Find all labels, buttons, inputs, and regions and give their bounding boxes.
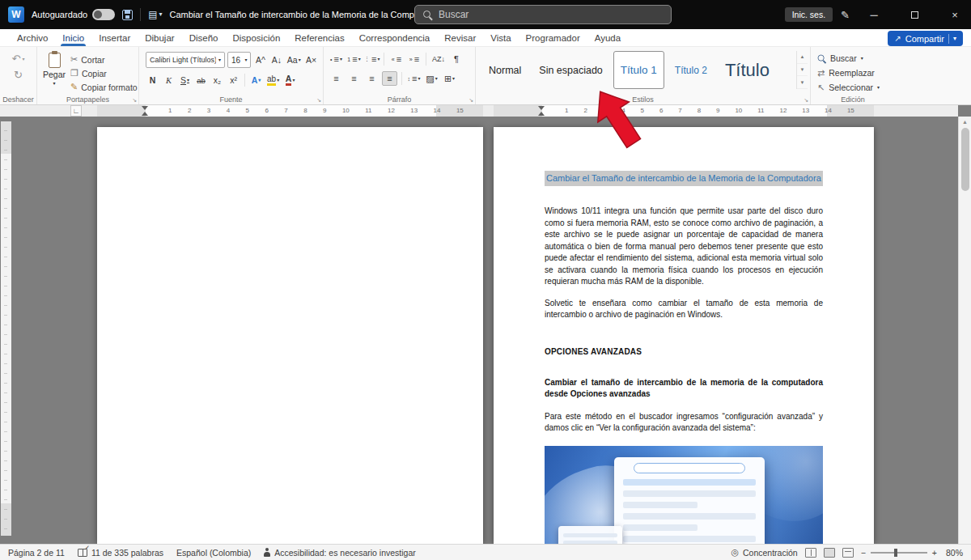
change-case-button[interactable]: Aa▾ xyxy=(286,53,302,67)
page-count-status[interactable]: Página 2 de 11 xyxy=(8,548,65,558)
ribbon-tab[interactable]: Insertar xyxy=(91,29,138,46)
web-layout-button[interactable] xyxy=(842,548,854,558)
cut-button[interactable]: ✂Cortar xyxy=(70,53,138,66)
style-chip[interactable]: Sin espaciado xyxy=(532,51,610,89)
zoom-slider[interactable] xyxy=(871,552,927,554)
font-size-combobox[interactable]: 16 ▾ xyxy=(227,52,251,68)
ribbon-tab[interactable]: Revisar xyxy=(437,29,483,46)
indent-markers-icon[interactable] xyxy=(538,106,545,116)
clear-formatting-button[interactable]: A× xyxy=(304,53,318,67)
zoom-slider-thumb[interactable] xyxy=(894,549,897,557)
format-painter-button[interactable]: ✎Copiar formato xyxy=(70,81,138,93)
ribbon-tab[interactable]: Archivo xyxy=(10,29,55,46)
paste-button[interactable]: Pegar ▾ xyxy=(43,51,66,93)
tab-stop-selector[interactable]: ∟ xyxy=(70,105,82,117)
style-chip[interactable]: Título 1 xyxy=(613,51,664,89)
redo-button[interactable]: ↻ xyxy=(14,70,23,80)
align-right-button[interactable]: ≡ xyxy=(364,71,379,86)
undo-button[interactable]: ↶▾ xyxy=(12,53,25,64)
document-paragraph[interactable]: Para este método en el buscador ingresam… xyxy=(545,411,823,435)
bold-button[interactable]: N xyxy=(146,73,159,87)
minimize-button[interactable]: ─ xyxy=(858,0,890,29)
ribbon-tab[interactable]: Vista xyxy=(483,29,518,46)
ruler-segment-page1[interactable]: 123456789101112131415 xyxy=(97,105,483,117)
ribbon-tab[interactable]: Dibujar xyxy=(138,29,181,46)
styles-gallery-scroll[interactable]: ▲ ▼ ▼ xyxy=(796,51,808,89)
gallery-scroll-up-icon[interactable]: ▲ xyxy=(797,51,808,64)
horizontal-ruler[interactable]: ∟ 123456789101112131415 1234567891011121… xyxy=(0,105,958,117)
sort-button[interactable]: AZ↓ xyxy=(430,52,446,66)
zoom-out-button[interactable]: − xyxy=(861,548,866,558)
dialog-launcher-icon[interactable]: ↘ xyxy=(469,97,473,103)
scroll-up-icon[interactable]: ▲ xyxy=(959,117,971,125)
style-chip[interactable]: Normal xyxy=(481,51,528,89)
select-button[interactable]: ↖Seleccionar▾ xyxy=(817,82,892,93)
quick-access-menu-button[interactable]: ▤▾ xyxy=(148,9,162,20)
align-left-button[interactable]: ≡ xyxy=(329,71,344,86)
document-paragraph-bold[interactable]: Cambiar el tamaño de intercambio de la m… xyxy=(545,377,823,401)
justify-button[interactable]: ≡ xyxy=(382,71,397,86)
zoom-in-button[interactable]: + xyxy=(932,548,937,558)
strikethrough-button[interactable]: ab xyxy=(194,73,208,87)
vertical-scrollbar[interactable]: ▲ xyxy=(958,117,971,544)
subscript-button[interactable]: x₂ xyxy=(210,73,224,87)
word-count-status[interactable]: 11 de 335 palabras xyxy=(78,548,163,558)
page-2[interactable]: Cambiar el Tamaño de intercambio de la M… xyxy=(494,127,874,544)
search-box[interactable]: Buscar xyxy=(414,5,672,24)
document-heading-selected[interactable]: Cambiar el Tamaño de intercambio de la M… xyxy=(545,171,823,186)
increase-indent-button[interactable]: »≡ xyxy=(406,52,422,66)
share-button[interactable]: ↗ Compartir ▾ xyxy=(888,31,963,46)
close-button[interactable]: × xyxy=(939,0,971,29)
text-effects-button[interactable]: A▾ xyxy=(249,73,263,87)
ribbon-tab[interactable]: Diseño xyxy=(182,29,226,46)
show-paragraph-marks-button[interactable]: ¶ xyxy=(448,52,464,66)
dialog-launcher-icon[interactable]: ↘ xyxy=(804,97,808,103)
line-spacing-button[interactable]: ↕≡▾ xyxy=(406,71,422,86)
document-canvas[interactable]: Cambiar el Tamaño de intercambio de la M… xyxy=(0,117,958,544)
copy-button[interactable]: ❐Copiar xyxy=(70,67,138,79)
align-center-button[interactable]: ≡ xyxy=(346,71,362,86)
numbering-button[interactable]: 1≡▾ xyxy=(346,52,362,66)
ribbon-tab[interactable]: Correspondencia xyxy=(352,29,438,46)
ribbon-tab[interactable]: Referencias xyxy=(287,29,351,46)
document-paragraph[interactable]: Solvetic te enseñara como cambiar el tam… xyxy=(545,298,823,321)
style-chip[interactable]: Título xyxy=(718,51,777,89)
save-button[interactable] xyxy=(122,10,133,20)
decrease-indent-button[interactable]: «≡ xyxy=(388,52,404,66)
ribbon-tab[interactable]: Disposición xyxy=(225,29,287,46)
shrink-font-button[interactable]: A↓ xyxy=(269,53,283,67)
gallery-scroll-down-icon[interactable]: ▼ xyxy=(797,64,808,77)
ribbon-tab[interactable]: Ayuda xyxy=(587,29,628,46)
scrollbar-thumb[interactable] xyxy=(961,128,969,191)
autosave-toggle[interactable] xyxy=(92,9,115,20)
read-mode-button[interactable] xyxy=(805,548,816,558)
bullets-button[interactable]: •≡▾ xyxy=(329,52,344,66)
zoom-level[interactable]: 80% xyxy=(942,548,963,558)
sign-in-button[interactable]: Inic. ses. xyxy=(785,7,833,22)
vertical-ruler[interactable] xyxy=(1,121,11,536)
editing-mode-icon[interactable]: ✎ xyxy=(841,9,850,21)
highlight-color-button[interactable]: ab▾ xyxy=(265,73,281,87)
style-chip[interactable]: Título 2 xyxy=(668,51,714,89)
indent-markers-icon[interactable] xyxy=(142,106,148,116)
font-color-button[interactable]: A▾ xyxy=(283,73,297,87)
dialog-launcher-icon[interactable]: ↘ xyxy=(316,97,321,103)
superscript-button[interactable]: x² xyxy=(227,73,240,87)
ruler-segment-page2[interactable]: 123456789101112131415 xyxy=(494,105,874,117)
focus-mode-button[interactable]: ◎Concentración xyxy=(731,547,797,558)
language-status[interactable]: Español (Colombia) xyxy=(176,548,251,558)
accessibility-status[interactable]: Accesibilidad: es necesario investigar xyxy=(264,548,416,558)
find-button[interactable]: Buscar▾ xyxy=(817,53,892,64)
multilevel-list-button[interactable]: ⋮≡▾ xyxy=(364,52,379,66)
document-subheading[interactable]: OPCIONES AVANZADAS xyxy=(545,347,823,356)
document-title-dropdown[interactable]: Cambiar el Tamaño de intercambio de la M… xyxy=(169,10,452,19)
replace-button[interactable]: ⇄Reemplazar xyxy=(817,67,892,78)
gallery-more-icon[interactable]: ▼ xyxy=(797,76,808,89)
autosave-control[interactable]: Autoguardado xyxy=(32,9,115,20)
borders-button[interactable]: ⊞▾ xyxy=(442,71,457,86)
maximize-button[interactable] xyxy=(898,0,931,29)
shading-button[interactable]: ▨▾ xyxy=(424,71,439,86)
document-paragraph[interactable]: Windows 10/11 integra una función que pe… xyxy=(545,206,823,288)
grow-font-button[interactable]: A^ xyxy=(253,53,267,67)
dialog-launcher-icon[interactable]: ↘ xyxy=(132,97,137,103)
